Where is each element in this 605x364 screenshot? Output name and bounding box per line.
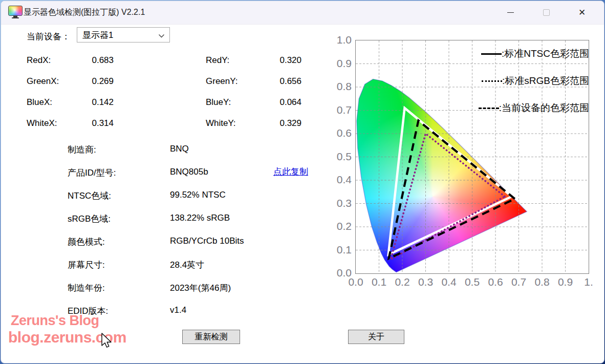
mouse-cursor <box>101 333 113 349</box>
y-tick-label: 0.7 <box>324 104 352 116</box>
y-tick-label: 0.1 <box>324 244 352 256</box>
x-tick-label: 0.9 <box>554 276 577 288</box>
legend-label: :当前设备的色彩范围 <box>499 101 589 115</box>
info-label: 制造年份: <box>68 282 105 294</box>
copy-link[interactable]: 点此复制 <box>273 166 308 178</box>
redetect-button[interactable]: 重新检测 <box>182 330 240 344</box>
gamut-triangle-dotted <box>391 134 505 260</box>
coord-value: 0.064 <box>250 97 301 108</box>
device-select-value: 显示器1 <box>82 29 113 41</box>
legend-item: :当前设备的色彩范围 <box>479 101 589 115</box>
x-tick-label: 0.4 <box>438 276 460 288</box>
x-tick-label: 0.7 <box>508 276 530 288</box>
device-label: 当前设备： <box>27 31 70 42</box>
chevron-down-icon <box>158 34 165 38</box>
x-tick-label: 0.5 <box>461 276 484 288</box>
legend-dotted-line-icon <box>482 80 502 82</box>
info-value: BNQ805b <box>170 167 208 177</box>
coord-value: 0.142 <box>57 97 114 108</box>
y-tick-label: 0.2 <box>324 220 352 232</box>
coord-value: 0.314 <box>57 118 114 129</box>
info-label: 产品ID/型号: <box>68 167 116 179</box>
legend-item: :标准sRGB色彩范围 <box>482 74 589 88</box>
info-label: 制造商: <box>68 144 96 156</box>
y-tick-label: 0.5 <box>324 151 352 163</box>
y-tick-label: 0.0 <box>324 267 352 279</box>
coord-value: 0.683 <box>57 55 114 66</box>
y-tick-label: 0.9 <box>324 57 352 70</box>
desktop-background: 显示器色域检测(图拉丁版) V2.2.1 ✕ 当前设备： 显示器1 RedX: … <box>0 0 605 364</box>
info-value: BNQ <box>170 144 189 154</box>
info-value: v1.4 <box>170 305 186 315</box>
legend-dashed-line-icon <box>479 108 499 109</box>
x-tick-label: 0.6 <box>484 276 507 288</box>
coord-value: 0.656 <box>250 76 301 87</box>
y-tick-label: 1.0 <box>324 34 352 46</box>
legend-solid-line-icon <box>481 53 502 55</box>
x-tick-label: 0.2 <box>391 276 414 288</box>
coord-value: 0.329 <box>250 118 301 129</box>
info-value: 28.4英寸 <box>170 259 204 271</box>
info-label: 颜色模式: <box>68 236 105 248</box>
y-tick-label: 0.3 <box>324 197 352 209</box>
about-button[interactable]: 关于 <box>348 330 404 344</box>
x-tick-label: 0.3 <box>415 276 437 288</box>
device-select[interactable]: 显示器1 <box>77 27 170 42</box>
watermark-line1: Zeruns's Blog <box>11 313 126 329</box>
coord-label: GreenY: <box>206 76 257 87</box>
x-tick-label: 0.1 <box>368 276 391 288</box>
y-tick-label: 0.4 <box>324 174 352 186</box>
legend-label: :标准sRGB色彩范围 <box>502 74 589 88</box>
app-window: 显示器色域检测(图拉丁版) V2.2.1 ✕ 当前设备： 显示器1 RedX: … <box>1 1 604 363</box>
info-label: sRGB色域: <box>68 213 111 225</box>
info-value: RGB/YCrCb 10Bits <box>170 236 244 246</box>
coord-label: RedY: <box>206 55 257 66</box>
info-value: 99.52% NTSC <box>170 190 226 200</box>
coord-label: BlueY: <box>206 97 257 108</box>
client-area: 当前设备： 显示器1 RedX: 0.683 RedY: 0.320 Green… <box>1 1 604 363</box>
y-tick-label: 0.8 <box>324 80 352 93</box>
y-tick-label: 0.6 <box>324 127 352 139</box>
info-label: NTSC色域: <box>68 190 111 202</box>
coord-value: 0.269 <box>57 76 114 87</box>
info-value: 138.22% sRGB <box>170 213 230 223</box>
info-value: 2023年(第46周) <box>170 282 231 294</box>
coord-value: 0.320 <box>250 55 301 66</box>
info-label: 屏幕尺寸: <box>68 259 105 271</box>
legend-label: :标准NTSC色彩范围 <box>502 47 589 60</box>
coord-label: WhiteY: <box>206 118 257 129</box>
legend-item: :标准NTSC色彩范围 <box>481 47 589 60</box>
chart-legend: :标准NTSC色彩范围:标准sRGB色彩范围:当前设备的色彩范围 <box>425 47 589 115</box>
x-tick-label: 1. <box>577 276 600 288</box>
x-tick-label: 0.8 <box>531 276 553 288</box>
